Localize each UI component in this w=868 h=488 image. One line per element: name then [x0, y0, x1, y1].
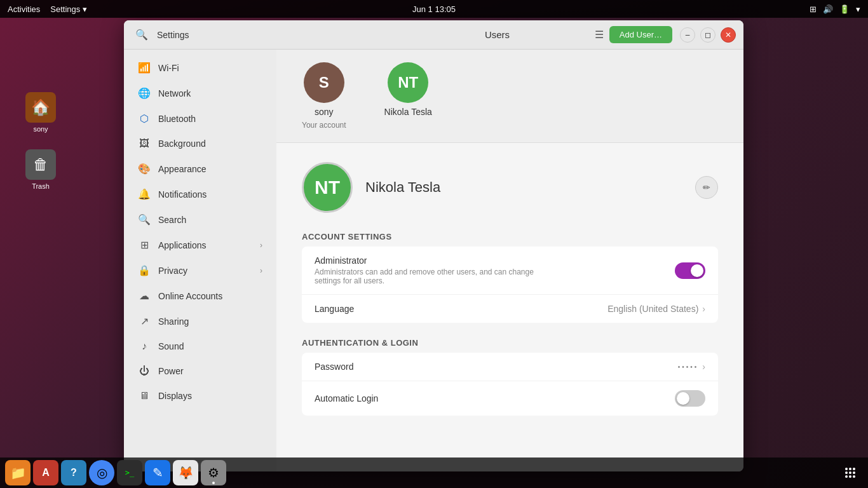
- privacy-chevron-icon: ›: [260, 266, 262, 275]
- sidebar-item-appearance[interactable]: 🎨 Appearance: [128, 156, 273, 181]
- svg-point-5: [853, 471, 855, 474]
- window-body: 📶 Wi-Fi 🌐 Network ⬡ Bluetooth 🖼 Backgrou…: [124, 50, 743, 471]
- applications-chevron-icon: ›: [260, 241, 262, 250]
- power-icon: ⏻: [138, 365, 151, 377]
- sidebar-item-sharing[interactable]: ↗ Sharing: [128, 309, 273, 334]
- user-detail-header: NT Nikola Tesla ✏: [302, 162, 718, 213]
- user-detail: NT Nikola Tesla ✏ Account Settings Admin…: [276, 143, 743, 450]
- volume-icon: 🔊: [823, 4, 833, 14]
- battery-icon: 🔋: [839, 4, 850, 14]
- search-button[interactable]: 🔍: [132, 25, 152, 45]
- maximize-button[interactable]: ◻: [700, 27, 715, 43]
- desktop-icon-home[interactable]: 🏠 sony: [18, 92, 64, 133]
- add-user-button[interactable]: Add User…: [609, 26, 672, 43]
- edit-user-button[interactable]: ✏: [695, 176, 718, 199]
- password-row[interactable]: Password ••••• ›: [302, 353, 718, 381]
- administrator-row-left: Administrator Administrators can add and…: [315, 255, 556, 285]
- window-titlebar: 🔍 Settings ☰ Users Add User… – ◻ ✕: [124, 20, 743, 50]
- topbar-datetime: Jun 1 13:05: [412, 4, 456, 14]
- topbar-settings-label: Settings: [50, 4, 80, 14]
- autologin-row: Automatic Login: [302, 381, 718, 416]
- password-dots: •••••: [678, 363, 699, 370]
- privacy-icon: 🔒: [138, 264, 151, 276]
- user-subtitle-sony: Your account: [302, 121, 346, 130]
- svg-point-7: [849, 475, 851, 478]
- taskbar-editor-button[interactable]: ✎: [145, 460, 170, 485]
- user-name-sony: sony: [315, 107, 334, 117]
- sidebar-label-notifications: Notifications: [158, 189, 207, 200]
- appstore-icon: A: [42, 467, 50, 478]
- svg-point-0: [845, 468, 848, 470]
- taskbar-appstore-button[interactable]: A: [33, 460, 58, 485]
- files-icon: 📁: [10, 465, 26, 480]
- administrator-toggle[interactable]: [675, 262, 705, 279]
- sidebar-label-background: Background: [158, 139, 206, 149]
- administrator-row: Administrator Administrators can add and…: [302, 247, 718, 295]
- bluetooth-icon: ⬡: [138, 112, 151, 125]
- language-row[interactable]: Language English (United States) ›: [302, 295, 718, 323]
- svg-point-2: [853, 468, 855, 470]
- online-accounts-icon: ☁: [138, 290, 151, 302]
- sidebar-item-displays[interactable]: 🖥 Displays: [128, 384, 273, 408]
- sidebar-item-sound[interactable]: ♪ Sound: [128, 334, 273, 358]
- taskbar-terminal-button[interactable]: >_: [117, 460, 142, 485]
- taskbar-browser-button[interactable]: ◎: [89, 460, 114, 485]
- sidebar-item-network[interactable]: 🌐 Network: [128, 81, 273, 105]
- sidebar-item-background[interactable]: 🖼 Background: [128, 132, 273, 156]
- toggle-knob: [691, 264, 703, 277]
- sidebar: 📶 Wi-Fi 🌐 Network ⬡ Bluetooth 🖼 Backgrou…: [124, 50, 276, 471]
- notifications-icon: 🔔: [138, 188, 151, 200]
- svg-point-8: [853, 475, 855, 478]
- taskbar-settings-button[interactable]: ⚙: [201, 460, 226, 485]
- sharing-icon: ↗: [138, 315, 151, 327]
- minimize-button[interactable]: –: [680, 27, 695, 43]
- sidebar-label-sharing: Sharing: [158, 316, 189, 327]
- settings-window: 🔍 Settings ☰ Users Add User… – ◻ ✕ 📶 Wi-…: [124, 20, 743, 471]
- sidebar-item-bluetooth[interactable]: ⬡ Bluetooth: [128, 106, 273, 131]
- apps-grid-button[interactable]: [837, 460, 863, 485]
- password-value: ••••• ›: [678, 362, 705, 372]
- sidebar-item-applications[interactable]: ⊞ Applications ›: [128, 233, 273, 257]
- sidebar-label-applications: Applications: [158, 240, 207, 250]
- password-chevron-icon: ›: [702, 362, 705, 372]
- user-avatar-nikola: NT: [388, 62, 428, 103]
- account-settings-card: Administrator Administrators can add and…: [302, 247, 718, 323]
- browser-icon: ◎: [97, 465, 107, 480]
- sidebar-item-online-accounts[interactable]: ☁ Online Accounts: [128, 283, 273, 308]
- taskbar-firefox-button[interactable]: 🦊: [173, 460, 198, 485]
- sidebar-item-privacy[interactable]: 🔒 Privacy ›: [128, 258, 273, 283]
- home-icon: 🏠: [25, 92, 56, 123]
- language-label: Language: [315, 304, 354, 314]
- network-status-icon: ⊞: [810, 4, 817, 14]
- sidebar-label-wifi: Wi-Fi: [158, 63, 179, 73]
- apps-grid-icon: [844, 466, 857, 479]
- autologin-toggle[interactable]: [675, 390, 705, 407]
- terminal-icon: >_: [125, 468, 134, 477]
- close-button[interactable]: ✕: [721, 27, 736, 43]
- taskbar-help-button[interactable]: ?: [61, 460, 86, 485]
- topbar-settings-menu[interactable]: Settings ▾: [50, 4, 87, 14]
- sidebar-item-wifi[interactable]: 📶 Wi-Fi: [128, 55, 273, 80]
- sidebar-item-notifications[interactable]: 🔔 Notifications: [128, 182, 273, 207]
- sidebar-item-power[interactable]: ⏻ Power: [128, 359, 273, 383]
- autologin-toggle-knob: [677, 392, 689, 405]
- topbar-settings-chevron: ▾: [83, 4, 87, 14]
- user-card-sony[interactable]: S sony Your account: [302, 62, 346, 130]
- sidebar-item-search[interactable]: 🔍 Search: [128, 207, 273, 232]
- sidebar-label-privacy: Privacy: [158, 266, 187, 276]
- sidebar-label-appearance: Appearance: [158, 164, 207, 174]
- sound-icon: ♪: [138, 341, 151, 352]
- user-card-nikola[interactable]: NT Nikola Tesla: [384, 62, 432, 121]
- sidebar-label-power: Power: [158, 366, 184, 376]
- activities-button[interactable]: Activities: [8, 4, 40, 14]
- desktop-icon-trash[interactable]: 🗑 Trash: [18, 149, 64, 190]
- auth-settings-card: Password ••••• › Automatic Login: [302, 353, 718, 416]
- menu-button[interactable]: ☰: [589, 25, 609, 45]
- trash-icon: 🗑: [25, 149, 56, 180]
- user-detail-name: Nikola Tesla: [365, 179, 682, 196]
- svg-point-3: [845, 471, 848, 474]
- sidebar-label-online-accounts: Online Accounts: [158, 291, 222, 301]
- power-menu-icon: ▾: [856, 4, 860, 14]
- window-controls: – ◻ ✕: [680, 27, 736, 43]
- taskbar-files-button[interactable]: 📁: [5, 460, 31, 485]
